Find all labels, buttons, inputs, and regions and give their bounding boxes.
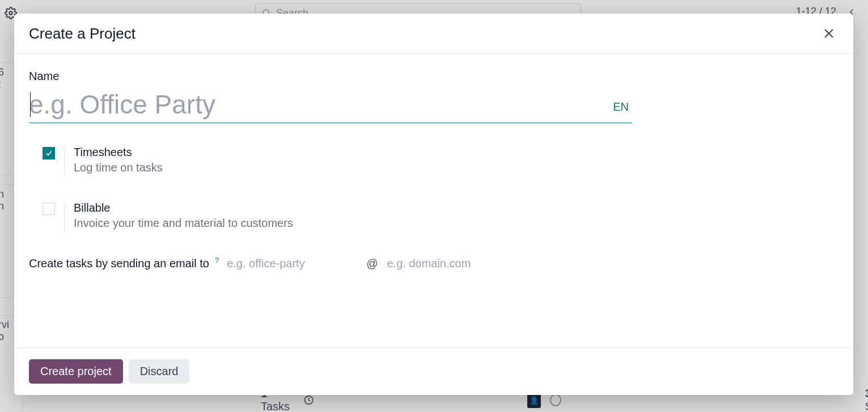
- modal-body: Name EN Timesheets Log time on tasks Bil…: [14, 54, 853, 347]
- name-field-row: EN: [29, 85, 632, 123]
- create-project-button[interactable]: Create project: [29, 359, 123, 384]
- option-text-group: Timesheets Log time on tasks: [74, 146, 163, 174]
- modal-header: Create a Project: [14, 14, 853, 54]
- close-icon: [822, 27, 836, 40]
- option-billable: Billable Invoice your time and material …: [43, 201, 839, 232]
- divider: [64, 201, 65, 232]
- timesheets-title: Timesheets: [74, 146, 163, 159]
- divider: [64, 146, 65, 176]
- timesheets-description: Log time on tasks: [74, 161, 163, 174]
- timesheets-checkbox[interactable]: [43, 147, 55, 159]
- billable-description: Invoice your time and material to custom…: [74, 217, 293, 230]
- project-name-input[interactable]: [29, 85, 613, 121]
- email-alias-row: Create tasks by sending an email to ? @: [29, 257, 839, 270]
- check-icon: [45, 149, 53, 157]
- email-at-symbol: @: [366, 257, 378, 270]
- help-icon[interactable]: ?: [215, 256, 219, 264]
- option-text-group: Billable Invoice your time and material …: [74, 201, 293, 230]
- billable-title: Billable: [74, 201, 293, 215]
- close-button[interactable]: [819, 24, 839, 43]
- email-alias-input[interactable]: [227, 257, 357, 270]
- create-project-modal: Create a Project Name EN Timesheets Log …: [14, 14, 853, 395]
- discard-button[interactable]: Discard: [129, 359, 190, 384]
- email-prefix-text: Create tasks by sending an email to: [29, 257, 209, 270]
- language-badge[interactable]: EN: [613, 100, 632, 121]
- billable-checkbox[interactable]: [43, 203, 55, 215]
- email-domain-input[interactable]: [387, 257, 495, 270]
- modal-title: Create a Project: [29, 25, 136, 43]
- text-caret: [30, 92, 31, 117]
- name-label: Name: [29, 70, 839, 83]
- option-timesheets: Timesheets Log time on tasks: [43, 146, 839, 176]
- modal-footer: Create project Discard: [14, 347, 853, 395]
